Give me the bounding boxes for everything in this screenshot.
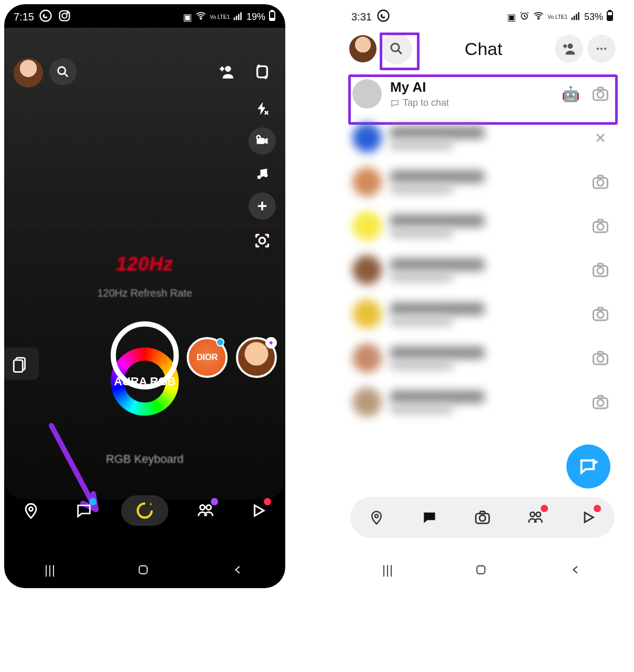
svg-point-29 — [538, 18, 539, 19]
svg-rect-6 — [236, 16, 238, 20]
chat-row-blurred[interactable] — [342, 292, 623, 336]
snap-camera-button[interactable] — [588, 346, 612, 370]
nav-stories[interactable] — [520, 502, 551, 533]
svg-point-45 — [597, 180, 604, 186]
camera-viewfinder[interactable]: 120Hz 120Hz Refresh Rate AURA RGB RGB Ke… — [4, 28, 285, 500]
avatar-myai — [352, 79, 382, 109]
more-button[interactable] — [587, 35, 616, 63]
nav-stories-badge — [541, 505, 548, 512]
memories-button[interactable] — [4, 348, 39, 380]
flash-button[interactable] — [249, 95, 276, 122]
svg-rect-5 — [234, 17, 235, 20]
search-button[interactable] — [49, 58, 77, 85]
signal-icon — [233, 10, 243, 24]
robot-icon: 🤖 — [562, 85, 580, 103]
svg-point-38 — [568, 44, 573, 49]
battery-saver-icon: ▣ — [183, 12, 192, 23]
sysnav-home[interactable] — [136, 563, 150, 579]
svg-point-43 — [597, 92, 604, 98]
add-friend-button[interactable] — [555, 35, 583, 63]
svg-rect-30 — [572, 17, 573, 20]
add-friend-button[interactable] — [213, 58, 240, 85]
battery-saver-icon: ▣ — [507, 12, 516, 23]
music-button[interactable] — [249, 160, 276, 187]
sysnav-recents[interactable] — [383, 565, 392, 577]
nav-map[interactable] — [15, 495, 47, 526]
nav-chat-badge — [89, 498, 96, 505]
profile-avatar[interactable] — [14, 58, 43, 88]
nav-camera-active[interactable] — [121, 495, 168, 526]
shutter-button[interactable] — [111, 321, 179, 389]
svg-rect-21 — [14, 360, 23, 372]
svg-rect-36 — [608, 16, 612, 20]
snap-camera-button[interactable] — [588, 170, 612, 194]
svg-point-56 — [375, 514, 378, 517]
sysnav-back[interactable] — [232, 564, 244, 578]
flip-camera-button[interactable] — [249, 58, 276, 85]
svg-point-58 — [479, 515, 485, 521]
wifi-icon — [195, 10, 207, 24]
chat-row-blurred[interactable] — [342, 336, 623, 380]
more-tools-button[interactable] — [249, 192, 276, 220]
whatsapp-icon — [376, 8, 391, 26]
chat-row-blurred[interactable] — [342, 380, 623, 424]
sysnav-recents[interactable] — [46, 565, 54, 577]
bottom-nav — [350, 497, 615, 538]
svg-rect-33 — [578, 12, 579, 20]
svg-point-24 — [200, 505, 205, 510]
chat-list: My AI Tap to chat 🤖 — [342, 70, 623, 426]
signal-icon — [571, 10, 581, 24]
sysnav-home[interactable] — [474, 563, 488, 579]
chat-row-myai[interactable]: My AI Tap to chat 🤖 — [342, 72, 623, 116]
snap-camera-button[interactable] — [588, 390, 612, 414]
chat-row-blurred[interactable] — [342, 160, 623, 204]
svg-point-53 — [597, 356, 604, 362]
sysnav-back[interactable] — [570, 564, 582, 578]
svg-rect-11 — [270, 18, 274, 20]
chat-name: My AI — [390, 79, 553, 95]
nav-spotlight[interactable] — [243, 495, 274, 526]
svg-point-22 — [29, 507, 33, 511]
svg-point-37 — [391, 44, 399, 51]
bg-text-hz: 120Hz — [4, 253, 285, 275]
new-chat-fab[interactable] — [566, 445, 610, 489]
snap-camera-button[interactable] — [588, 258, 612, 282]
lens-dior[interactable] — [187, 337, 228, 378]
battery-icon — [606, 10, 614, 24]
svg-point-59 — [530, 512, 535, 517]
chat-row-blurred[interactable] — [342, 116, 623, 160]
nav-camera[interactable] — [467, 502, 498, 533]
svg-point-55 — [597, 400, 604, 406]
svg-point-27 — [378, 10, 389, 21]
bottom-nav — [4, 485, 285, 536]
nav-spotlight-badge — [594, 505, 601, 512]
dismiss-button[interactable] — [588, 126, 612, 150]
chat-row-blurred[interactable] — [342, 204, 623, 248]
chat-row-blurred[interactable] — [342, 248, 623, 292]
svg-point-25 — [207, 505, 211, 510]
nav-map[interactable] — [361, 502, 392, 533]
snap-camera-button[interactable] — [588, 82, 612, 106]
nav-stories[interactable] — [190, 495, 221, 526]
video-plus-button[interactable] — [249, 127, 276, 155]
svg-point-23 — [138, 504, 152, 518]
svg-point-39 — [597, 48, 599, 50]
status-time: 7:15 — [14, 11, 34, 23]
svg-point-3 — [67, 12, 68, 13]
svg-point-41 — [604, 48, 607, 50]
snap-camera-button[interactable] — [588, 302, 612, 326]
whatsapp-icon — [38, 8, 53, 26]
search-button[interactable] — [381, 33, 412, 64]
android-sysnav — [342, 563, 623, 579]
nav-spotlight[interactable] — [573, 502, 604, 533]
svg-rect-26 — [139, 566, 147, 573]
lens-face[interactable]: ✦ — [236, 337, 277, 378]
page-title: Chat — [416, 39, 551, 59]
nav-chat[interactable] — [68, 495, 100, 526]
svg-point-60 — [536, 512, 540, 517]
svg-point-4 — [200, 18, 201, 19]
scan-button[interactable] — [249, 227, 276, 254]
nav-chat-active[interactable] — [414, 502, 445, 533]
profile-avatar[interactable] — [349, 35, 377, 62]
snap-camera-button[interactable] — [588, 214, 612, 238]
